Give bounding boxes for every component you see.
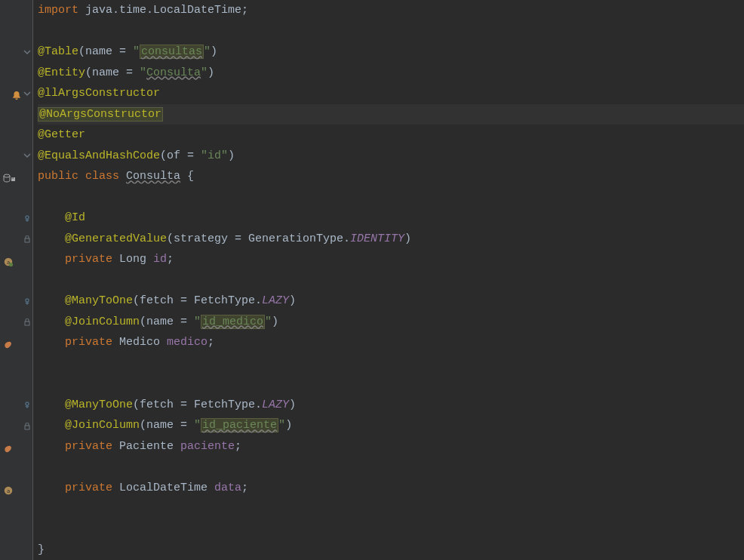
- annotation: @ManyToOne: [65, 398, 133, 411]
- override-down-icon[interactable]: [0, 291, 33, 312]
- code-text: ): [289, 398, 296, 411]
- code-line[interactable]: private Long id;: [38, 249, 744, 270]
- code-line[interactable]: [38, 353, 744, 374]
- field: medico: [167, 336, 208, 349]
- override-down-icon[interactable]: [0, 395, 33, 416]
- type: Paciente: [112, 440, 180, 453]
- code-line[interactable]: @Getter: [38, 125, 744, 146]
- svg-rect-5: [25, 238, 29, 242]
- svg-point-8: [9, 263, 13, 266]
- keyword: private: [65, 482, 112, 494]
- annotation: @Table: [38, 45, 78, 58]
- code-text: (name =: [140, 315, 194, 328]
- string-highlighted: consultas: [140, 45, 204, 59]
- bean-icon[interactable]: [0, 438, 33, 460]
- svg-point-4: [26, 216, 29, 219]
- code-text: (fetch = FetchType.: [133, 294, 262, 307]
- hint-icon[interactable]: a: [0, 480, 33, 501]
- svg-point-9: [26, 299, 29, 302]
- fold-collapse-icon[interactable]: [0, 145, 33, 166]
- code-line[interactable]: @EqualsAndHashCode(of = "id"): [38, 146, 744, 167]
- code-text: ): [272, 315, 278, 328]
- code-line-current[interactable]: @NoArgsConstructor: [38, 104, 744, 125]
- code-text: (name =: [85, 66, 140, 79]
- keyword: private: [65, 253, 112, 266]
- database-icon[interactable]: [0, 168, 33, 189]
- annotation: @JoinColumn: [65, 419, 140, 432]
- code-line[interactable]: @Table(name = "consultas"): [38, 42, 744, 63]
- code-text: (strategy = GenerationType.: [167, 232, 350, 245]
- annotation: @Entity: [38, 66, 85, 79]
- code-line[interactable]: @JoinColumn(name = "id_medico"): [38, 312, 744, 333]
- svg-text:a: a: [7, 488, 10, 494]
- code-line[interactable]: @JoinColumn(name = "id_paciente"): [38, 415, 744, 436]
- annotation: @Getter: [38, 128, 85, 141]
- constant: LAZY: [262, 294, 289, 307]
- code-line[interactable]: }: [38, 540, 744, 560]
- code-line[interactable]: [38, 498, 744, 519]
- code-line[interactable]: private Medico medico;: [38, 332, 744, 353]
- code-line[interactable]: [38, 187, 744, 208]
- string: Consulta: [146, 66, 201, 79]
- bell-icon[interactable]: [0, 85, 33, 106]
- field: data: [214, 482, 241, 494]
- code-text: ): [208, 66, 214, 79]
- lock-icon[interactable]: [0, 312, 33, 333]
- string: ": [278, 419, 285, 432]
- code-line[interactable]: @llArgsConstructor: [38, 83, 744, 104]
- constant: IDENTITY: [350, 232, 404, 245]
- code-text: (name =: [140, 419, 194, 432]
- annotation: @JoinColumn: [65, 315, 140, 328]
- class-name: Consulta: [126, 170, 180, 183]
- string: ": [140, 66, 146, 79]
- keyword: import: [38, 4, 78, 17]
- override-down-icon[interactable]: [0, 208, 33, 229]
- code-text: (fetch = FetchType.: [133, 398, 262, 411]
- code-line[interactable]: [38, 21, 744, 42]
- bean-icon[interactable]: [0, 334, 33, 355]
- editor-gutter: a a: [0, 0, 33, 560]
- svg-point-0: [4, 174, 10, 177]
- code-line[interactable]: [38, 519, 744, 540]
- code-editor[interactable]: import java.time.LocalDateTime; @Table(n…: [33, 0, 744, 560]
- code-text: }: [38, 543, 45, 556]
- code-text: ): [404, 232, 411, 245]
- field: paciente: [180, 440, 235, 453]
- hint-icon[interactable]: a: [0, 251, 33, 272]
- code-line[interactable]: public class Consulta {: [38, 166, 744, 187]
- code-text: (of =: [160, 149, 201, 162]
- string: ": [204, 45, 211, 58]
- code-line[interactable]: import java.time.LocalDateTime;: [38, 0, 744, 21]
- keyword: private: [65, 440, 112, 453]
- code-line[interactable]: private LocalDateTime data;: [38, 478, 744, 499]
- annotation: llArgsConstructor: [45, 87, 160, 100]
- annotation: @Id: [65, 211, 85, 224]
- code-text: (name =: [78, 45, 133, 58]
- annotation-highlighted: @NoArgsConstructor: [38, 107, 163, 122]
- string-highlighted: id_paciente: [201, 418, 278, 432]
- code-line[interactable]: @GeneratedValue(strategy = GenerationTyp…: [38, 229, 744, 250]
- code-line[interactable]: @Entity(name = "Consulta"): [38, 63, 744, 84]
- code-line[interactable]: [38, 270, 744, 291]
- code-line[interactable]: @ManyToOne(fetch = FetchType.LAZY): [38, 395, 744, 416]
- keyword: private: [65, 336, 112, 349]
- lock-icon[interactable]: [0, 229, 33, 250]
- code-line[interactable]: @ManyToOne(fetch = FetchType.LAZY): [38, 291, 744, 312]
- code-text: ): [285, 419, 292, 432]
- code-text: ;: [167, 253, 174, 266]
- code-text: ;: [208, 336, 214, 349]
- lock-icon[interactable]: [0, 416, 33, 437]
- code-line[interactable]: @Id: [38, 208, 744, 229]
- fold-collapse-icon[interactable]: [0, 42, 33, 63]
- code-line[interactable]: [38, 374, 744, 395]
- svg-point-11: [26, 402, 29, 405]
- constant: LAZY: [262, 398, 289, 411]
- string: ": [265, 315, 272, 328]
- keyword: public: [38, 170, 78, 183]
- type: Medico: [112, 336, 167, 349]
- code-text: java.time.LocalDateTime;: [78, 4, 248, 17]
- string: ": [194, 419, 201, 432]
- code-line[interactable]: [38, 457, 744, 478]
- code-line[interactable]: private Paciente paciente;: [38, 436, 744, 457]
- annotation: @ManyToOne: [65, 294, 133, 307]
